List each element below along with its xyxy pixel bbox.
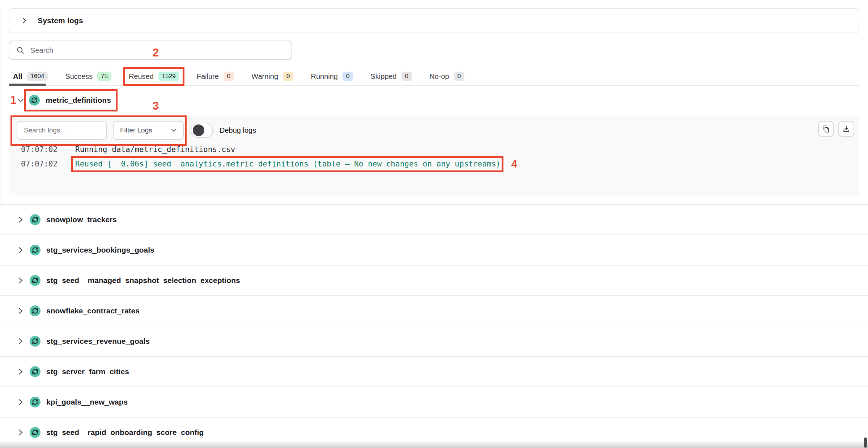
row-label: stg_seed__rapid_onboarding_score_config (46, 428, 204, 437)
tab-noop-count-badge: 0 (454, 72, 464, 81)
active-tab-underline (9, 84, 46, 86)
log-row-list: snowplow_trackers stg_services_bookings_… (0, 204, 868, 447)
chevron-right-icon[interactable] (18, 399, 23, 405)
reused-refresh-icon (30, 305, 41, 316)
search-logs-input[interactable] (17, 121, 107, 140)
tabs-divider (9, 85, 859, 86)
log-row-stg-seed-rapid-onboarding-score-config[interactable]: stg_seed__rapid_onboarding_score_config (0, 417, 868, 447)
annotation-box-4: Reused [ 0.06s] seed analytics.metric_de… (75, 160, 501, 168)
run-name: metric_definitions (46, 96, 111, 105)
log-timestamp: 07:07:02 (21, 160, 61, 168)
vertical-scrollbar-thumb[interactable] (864, 438, 867, 448)
chevron-right-icon[interactable] (18, 216, 23, 223)
log-line-1: 07:07:02 Running data/metric_definitions… (21, 145, 235, 154)
expanded-log-row-metric-definitions[interactable]: metric_definitions (17, 91, 111, 109)
reused-refresh-icon (30, 366, 41, 377)
copy-logs-button[interactable] (818, 121, 834, 137)
status-tabs: All 1604 Success 75 Reused 1529 Failure … (9, 67, 859, 85)
reused-refresh-icon (30, 245, 41, 255)
log-row-kpi-goals-new-waps[interactable]: kpi_goals__new_waps (0, 386, 868, 417)
tab-reused-count-badge: 1529 (158, 72, 179, 81)
log-line-2: 07:07:02 Reused [ 0.06s] seed analytics.… (21, 159, 517, 169)
chevron-down-icon[interactable] (17, 98, 24, 102)
tab-reused[interactable]: Reused 1529 (129, 72, 179, 81)
log-panel: Filter Logs Debug logs 07:07:02 Running … (9, 115, 859, 195)
annotation-box-1: metric_definitions (29, 95, 111, 106)
tab-all-label: All (13, 72, 22, 81)
tab-skipped[interactable]: Skipped 0 (370, 72, 412, 81)
log-message: Running data/metric_definitions.csv (75, 145, 235, 154)
tab-noop-label: No-op (429, 72, 449, 81)
reused-refresh-icon (30, 336, 41, 347)
row-label: stg_services_bookings_goals (46, 246, 154, 254)
chevron-right-icon[interactable] (20, 17, 28, 25)
tab-skipped-count-badge: 0 (401, 72, 412, 81)
tab-failure-count-badge: 0 (224, 72, 234, 81)
download-icon (842, 124, 851, 133)
chevron-right-icon[interactable] (18, 338, 23, 345)
reused-refresh-icon (29, 95, 40, 106)
chevron-right-icon[interactable] (18, 247, 23, 253)
log-toolbar: Filter Logs Debug logs (17, 121, 256, 140)
annotation-box-3: Filter Logs (17, 121, 184, 140)
tab-all[interactable]: All 1604 (13, 72, 48, 81)
annotation-4: 4 (511, 158, 517, 170)
row-label: stg_seed__managed_snapshot_selection_exc… (46, 276, 240, 285)
tab-failure-label: Failure (197, 72, 219, 81)
system-logs-header[interactable]: System logs (9, 8, 859, 33)
tab-warning-count-badge: 0 (283, 72, 293, 81)
reused-refresh-icon (30, 397, 41, 407)
tab-success-count-badge: 75 (97, 72, 111, 81)
reused-refresh-icon (30, 275, 41, 286)
debug-logs-toggle[interactable] (191, 123, 213, 138)
row-label: kpi_goals__new_waps (46, 398, 128, 406)
reused-refresh-icon (30, 427, 41, 438)
tab-all-count-badge: 1604 (27, 72, 48, 81)
log-row-stg-server-farm-cities[interactable]: stg_server_farm_cities (0, 356, 868, 386)
row-label: stg_server_farm_cities (46, 367, 129, 376)
log-timestamp: 07:07:02 (21, 145, 61, 154)
log-row-stg-services-bookings-goals[interactable]: stg_services_bookings_goals (0, 234, 868, 265)
annotation-1: 1 (10, 94, 16, 106)
page-title: System logs (38, 16, 83, 25)
tab-warning-label: Warning (251, 72, 278, 81)
reused-refresh-icon (30, 214, 41, 225)
tab-running-count-badge: 0 (342, 72, 353, 81)
download-logs-button[interactable] (838, 121, 854, 137)
chevron-right-icon[interactable] (18, 429, 23, 436)
toggle-knob (193, 124, 204, 136)
tab-noop[interactable]: No-op 0 (429, 72, 464, 81)
filter-logs-label: Filter Logs (120, 126, 152, 134)
tab-running[interactable]: Running 0 (311, 72, 353, 81)
log-row-snowflake-contract-rates[interactable]: snowflake_contract_rates (0, 295, 868, 326)
tab-failure[interactable]: Failure 0 (197, 72, 234, 81)
debug-logs-label: Debug logs (220, 126, 256, 135)
row-label: snowflake_contract_rates (46, 307, 140, 315)
search-icon (16, 46, 25, 55)
row-label: snowplow_trackers (46, 215, 117, 224)
annotation-3: 3 (153, 100, 159, 111)
chevron-right-icon[interactable] (18, 308, 23, 314)
tab-skipped-label: Skipped (370, 72, 396, 81)
copy-icon (822, 124, 830, 133)
filter-logs-dropdown[interactable]: Filter Logs (113, 121, 184, 140)
tab-success[interactable]: Success 75 (65, 72, 111, 81)
log-row-stg-seed-managed-snapshot-selection-exceptions[interactable]: stg_seed__managed_snapshot_selection_exc… (0, 265, 868, 295)
log-row-snowplow-trackers[interactable]: snowplow_trackers (0, 204, 868, 234)
search-bar[interactable] (9, 41, 292, 60)
chevron-right-icon[interactable] (18, 277, 23, 284)
chevron-down-icon (171, 128, 176, 132)
tab-success-label: Success (65, 72, 93, 81)
tab-warning[interactable]: Warning 0 (251, 72, 293, 81)
log-row-stg-services-revenue-goals[interactable]: stg_services_revenue_goals (0, 326, 868, 356)
chevron-right-icon[interactable] (18, 368, 23, 375)
tab-reused-label: Reused (129, 72, 154, 81)
row-label: stg_services_revenue_goals (46, 337, 150, 346)
annotation-2: 2 (153, 47, 159, 58)
tab-running-label: Running (311, 72, 338, 81)
